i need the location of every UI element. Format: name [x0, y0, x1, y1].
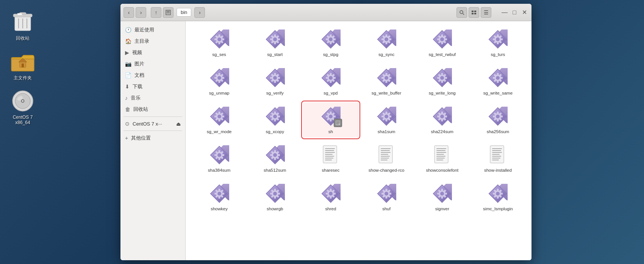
- forward-button[interactable]: ›: [136, 7, 146, 18]
- file-item-sg_xcopy[interactable]: sg_xcopy: [247, 102, 303, 138]
- sidebar-item-trash[interactable]: 🗑 回收站: [120, 104, 185, 115]
- file-item-sg_stpg[interactable]: sg_stpg: [303, 25, 358, 61]
- svg-rect-71: [389, 39, 391, 40]
- svg-rect-84: [445, 39, 447, 40]
- svg-rect-95: [497, 34, 499, 36]
- file-item-sharesec[interactable]: sharesec: [303, 141, 358, 176]
- svg-rect-149: [389, 77, 391, 79]
- svg-rect-286: [274, 158, 276, 160]
- back-button[interactable]: ‹: [123, 7, 134, 18]
- close-button[interactable]: ✕: [520, 8, 528, 17]
- gear-file-icon: [375, 28, 398, 51]
- gear-file-icon: [486, 67, 509, 89]
- file-name-sha512sum: sha512sum: [264, 168, 286, 173]
- svg-rect-292: [325, 150, 334, 151]
- file-item-sg_sync[interactable]: sg_sync: [359, 25, 414, 61]
- file-name-sha224sum: sha224sum: [431, 129, 453, 135]
- file-item-sha224sum[interactable]: sha224sum: [414, 102, 470, 138]
- sidebar-item-centos[interactable]: ⊙ CentOS 7 x··· ⏏: [120, 118, 185, 129]
- file-item-sha384sum[interactable]: sha384sum: [191, 141, 247, 176]
- file-item-shuf[interactable]: shuf: [359, 179, 414, 215]
- svg-point-42: [273, 37, 277, 41]
- sidebar-item-pictures-label: 图片: [134, 61, 144, 67]
- view-toggle-button[interactable]: [469, 7, 479, 18]
- file-item-showrgb[interactable]: showrgb: [247, 179, 303, 215]
- file-item-sh[interactable]: sh: [303, 102, 358, 138]
- file-item-sg_write_same[interactable]: sg_write_same: [470, 64, 526, 99]
- path-next-button[interactable]: ›: [194, 7, 205, 18]
- svg-rect-123: [278, 77, 280, 79]
- home-folder-label: 主文件夹: [14, 75, 32, 81]
- file-item-signver[interactable]: signver: [414, 179, 470, 215]
- file-item-sg_start[interactable]: sg_start: [247, 25, 303, 61]
- svg-rect-392: [497, 189, 499, 191]
- svg-rect-112: [218, 81, 220, 83]
- desktop-icon-centos[interactable]: CentOS 7 x86_64: [4, 87, 42, 127]
- file-item-sha512sum[interactable]: sha512sum: [247, 141, 303, 176]
- file-name-sha256sum: sha256sum: [487, 129, 509, 135]
- bookmark-button[interactable]: [163, 7, 174, 18]
- desktop-icon-trash[interactable]: 回收站: [4, 8, 42, 43]
- svg-rect-249: [437, 115, 439, 117]
- file-item-sg_test_rwbuf[interactable]: sg_test_rwbuf: [414, 25, 470, 61]
- sidebar-item-trash-label: 回收站: [133, 106, 148, 113]
- svg-point-339: [273, 192, 277, 196]
- file-item-sha256sum[interactable]: sha256sum: [470, 102, 526, 138]
- svg-rect-147: [386, 73, 388, 75]
- file-item-show_installed[interactable]: show-installed: [470, 141, 526, 176]
- svg-rect-300: [381, 150, 390, 151]
- file-name-sg_verify: sg_verify: [266, 90, 284, 96]
- file-item-sg_write_long[interactable]: sg_write_long: [414, 64, 470, 99]
- gear-file-icon: [486, 28, 509, 51]
- titlebar: ‹ › ↑ bin ›: [120, 4, 531, 21]
- file-item-sg_vpd[interactable]: sg_vpd: [303, 64, 358, 99]
- desktop-icon-home[interactable]: 主文件夹: [4, 47, 42, 83]
- file-item-sg_write_buffer[interactable]: sg_write_buffer: [359, 64, 414, 99]
- search-button[interactable]: [456, 7, 467, 18]
- file-item-show_changed_rco[interactable]: show-changed-rco: [359, 141, 414, 176]
- sidebar-item-home[interactable]: 🏠 主目录: [120, 36, 185, 47]
- gear-file-icon: [319, 67, 342, 89]
- sidebar-item-video[interactable]: ▶ 视频: [120, 47, 185, 58]
- svg-point-185: [217, 115, 221, 118]
- sidebar-item-music[interactable]: ♪ 音乐: [120, 92, 185, 104]
- file-item-showconsolefont[interactable]: showconsolefont: [414, 141, 470, 176]
- recent-icon: 🕐: [125, 27, 131, 33]
- svg-point-391: [496, 192, 500, 196]
- file-area[interactable]: sg_ses sg_start: [186, 21, 531, 260]
- trash-label: 回收站: [16, 35, 30, 42]
- gear-file-icon: [319, 182, 342, 205]
- minimize-button[interactable]: —: [500, 8, 509, 17]
- svg-rect-140: [326, 77, 328, 79]
- sidebar-item-recent[interactable]: 🕐 最近使用: [120, 24, 185, 36]
- svg-rect-308: [436, 150, 445, 151]
- file-item-sg_turs[interactable]: sg_turs: [470, 25, 526, 61]
- svg-point-242: [440, 115, 444, 118]
- svg-rect-32: [222, 39, 224, 40]
- svg-rect-138: [330, 81, 331, 83]
- file-item-simc_lsmplugin[interactable]: simc_lsmplugin: [470, 179, 526, 215]
- svg-rect-224: [336, 124, 339, 124]
- menu-button[interactable]: ☰: [481, 7, 491, 18]
- eject-icon[interactable]: ⏏: [176, 121, 181, 127]
- sidebar-item-pictures[interactable]: 📷 图片: [120, 58, 185, 70]
- restore-button[interactable]: □: [510, 8, 519, 17]
- file-item-sg_verify[interactable]: sg_verify: [247, 64, 303, 99]
- file-item-sg_wr_mode[interactable]: sg_wr_mode: [191, 102, 247, 138]
- sidebar-item-documents[interactable]: 📄 文档: [120, 70, 185, 81]
- centos-disc-icon: [11, 89, 35, 113]
- sidebar-item-downloads[interactable]: ⬇ 下载: [120, 81, 185, 92]
- gear-file-icon: [375, 182, 398, 205]
- svg-point-81: [440, 37, 444, 41]
- file-item-showkey[interactable]: showkey: [191, 179, 247, 215]
- file-item-sha1sum[interactable]: sha1sum: [359, 102, 414, 138]
- svg-rect-101: [493, 39, 495, 40]
- sidebar-item-other[interactable]: + 其他位置: [120, 132, 185, 144]
- file-item-sg_ses[interactable]: sg_ses: [191, 25, 247, 61]
- path-label[interactable]: bin: [177, 8, 191, 17]
- file-item-shred[interactable]: shred: [303, 179, 358, 215]
- file-item-sg_unmap[interactable]: sg_unmap: [191, 64, 247, 99]
- up-button[interactable]: ↑: [151, 7, 161, 18]
- svg-rect-275: [214, 154, 216, 156]
- sidebar-item-other-label: 其他位置: [131, 135, 151, 141]
